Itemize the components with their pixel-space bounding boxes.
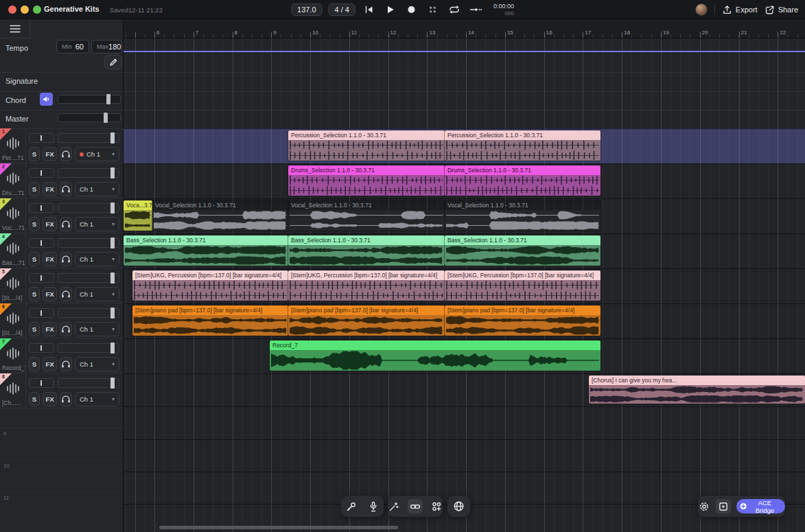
- track-header[interactable]: Dru....712SFXCh 1▾: [0, 163, 124, 198]
- solo-button[interactable]: S: [29, 252, 40, 266]
- headphone-button[interactable]: [60, 357, 72, 371]
- settings-button[interactable]: [698, 499, 710, 514]
- pan-handle[interactable]: [40, 275, 42, 281]
- bpm-box[interactable]: 137.0: [291, 3, 323, 16]
- volume-handle[interactable]: [110, 273, 115, 284]
- pan-handle[interactable]: [40, 380, 42, 386]
- fx-button[interactable]: FX: [43, 252, 57, 266]
- volume-slider[interactable]: [58, 168, 119, 178]
- fx-button[interactable]: FX: [43, 392, 57, 406]
- clip-label[interactable]: Drums_Selection 1.1.0 - 30.3.71: [288, 165, 445, 175]
- chord-audition-button[interactable]: [40, 93, 53, 106]
- clip-label[interactable]: Record_7: [270, 340, 600, 350]
- tempo-automation-line[interactable]: [124, 51, 805, 52]
- pan-handle[interactable]: [40, 135, 42, 141]
- headphone-button[interactable]: [60, 217, 72, 231]
- clip-label[interactable]: [Stem]piano pad [bpm=137.0] [bar signatu…: [132, 305, 288, 315]
- track-header[interactable]: [St..../4]5SFXCh 1▾: [0, 268, 124, 303]
- close-window-button[interactable]: [8, 5, 16, 14]
- clip-label[interactable]: Bass_Selection 1.1.0 - 30.3.71: [288, 235, 445, 245]
- tempo-draw-button[interactable]: [104, 55, 122, 69]
- slider-handle[interactable]: [106, 94, 110, 104]
- pan-slider[interactable]: [29, 238, 54, 248]
- pan-slider[interactable]: [29, 343, 54, 353]
- channel-select[interactable]: Ch 1▾: [75, 287, 119, 301]
- time-signature-box[interactable]: 4 / 4: [329, 3, 355, 16]
- clip-label[interactable]: Bass_Selection 1.1.0 - 30.3.71: [124, 235, 288, 245]
- loop-button[interactable]: [447, 3, 462, 16]
- clip-label[interactable]: Vocal_Selection 1.1.0 - 30.3.71: [152, 200, 288, 210]
- avatar[interactable]: [695, 3, 708, 16]
- clip[interactable]: Vocal_Selection 1.1.0 - 30.3.71: [288, 200, 445, 231]
- clip[interactable]: [Stem]UKG, Percussion [bpm=137.0] [bar s…: [132, 270, 288, 301]
- headphone-button[interactable]: [60, 392, 72, 406]
- magic-wand-button[interactable]: [388, 499, 401, 514]
- clip[interactable]: Bass_Selection 1.1.0 - 30.3.71: [445, 235, 600, 266]
- channel-select[interactable]: Ch 1▾: [75, 322, 119, 336]
- clip[interactable]: [Stem]piano pad [bpm=137.0] [bar signatu…: [288, 305, 445, 336]
- tempo-max-field[interactable]: Max 180: [91, 40, 122, 54]
- skip-start-button[interactable]: [362, 3, 377, 16]
- clip-label[interactable]: [Stem]UKG, Percussion [bpm=137.0] [bar s…: [445, 270, 600, 280]
- clip-label[interactable]: Vocal_Selection 1.1.0 - 30.3.71: [445, 200, 600, 210]
- volume-handle[interactable]: [110, 167, 115, 178]
- clip-label[interactable]: [Stem]UKG, Percussion [bpm=137.0] [bar s…: [132, 270, 288, 280]
- channel-select[interactable]: Ch 1▾: [75, 182, 119, 196]
- pan-slider[interactable]: [29, 308, 54, 318]
- channel-select[interactable]: Ch 1▾: [75, 147, 119, 161]
- volume-handle[interactable]: [110, 132, 115, 143]
- volume-slider[interactable]: [58, 203, 119, 213]
- volume-handle[interactable]: [110, 203, 115, 213]
- clip[interactable]: Vocal_Selection 1.1.0 - 30.3.71: [152, 200, 288, 231]
- clip[interactable]: [Stem]piano pad [bpm=137.0] [bar signatu…: [445, 305, 600, 336]
- fx-button[interactable]: FX: [43, 357, 57, 371]
- menu-button[interactable]: [0, 19, 30, 38]
- fx-button[interactable]: FX: [43, 287, 57, 301]
- solo-button[interactable]: S: [29, 357, 40, 371]
- clip-label[interactable]: Bass_Selection 1.1.0 - 30.3.71: [445, 235, 600, 245]
- group-add-button[interactable]: [430, 499, 443, 514]
- track-header[interactable]: Voc....713SFXCh 1▾: [0, 198, 124, 233]
- play-button[interactable]: [383, 3, 398, 16]
- clip-label[interactable]: [Stem]UKG, Percussion [bpm=137.0] [bar s…: [288, 270, 445, 280]
- panel-toggle-button[interactable]: [716, 499, 731, 513]
- zoom-window-button[interactable]: [33, 5, 41, 14]
- volume-slider[interactable]: [58, 273, 119, 283]
- slider-handle[interactable]: [104, 113, 108, 123]
- clip[interactable]: Vocal_Selection 1.1.0 - 30.3.71: [445, 200, 600, 231]
- channel-select[interactable]: Ch 1▾: [75, 217, 119, 231]
- clip[interactable]: [Stem]piano pad [bpm=137.0] [bar signatu…: [132, 305, 288, 336]
- bar-ruler[interactable]: 678910111213141516171819202122: [124, 19, 805, 38]
- clip-label[interactable]: Percussion_Selection 1.1.0 - 30.3.71: [445, 130, 600, 140]
- pan-handle[interactable]: [40, 240, 42, 246]
- headphone-button[interactable]: [60, 322, 72, 336]
- clip[interactable]: Bass_Selection 1.1.0 - 30.3.71: [124, 235, 288, 266]
- pan-slider[interactable]: [29, 133, 54, 143]
- volume-slider[interactable]: [58, 343, 119, 353]
- headphone-button[interactable]: [60, 182, 72, 196]
- empty-track-slot[interactable]: 9: [0, 428, 124, 460]
- headphone-button[interactable]: [60, 252, 72, 266]
- track-header[interactable]: Record_77SFXCh 1▾: [0, 338, 124, 373]
- channel-select[interactable]: Ch 1▾: [75, 392, 119, 406]
- fx-button[interactable]: FX: [43, 147, 57, 161]
- empty-track-slot[interactable]: 10: [0, 460, 124, 492]
- clip[interactable]: Percussion_Selection 1.1.0 - 30.3.71: [288, 130, 445, 161]
- clip-label[interactable]: [Stem]piano pad [bpm=137.0] [bar signatu…: [288, 305, 445, 315]
- clip-label[interactable]: Voca...3.71: [124, 200, 152, 210]
- solo-button[interactable]: S: [29, 392, 40, 406]
- clip-label[interactable]: Percussion_Selection 1.1.0 - 30.3.71: [288, 130, 445, 140]
- clip[interactable]: Drums_Selection 1.1.0 - 30.3.71: [445, 165, 600, 196]
- vocal-tool-button[interactable]: [366, 499, 381, 514]
- clip[interactable]: [Stem]UKG, Percussion [bpm=137.0] [bar s…: [445, 270, 600, 301]
- empty-track-slot[interactable]: 11: [0, 492, 124, 524]
- solo-button[interactable]: S: [29, 147, 40, 161]
- clip[interactable]: Record_7: [270, 340, 600, 371]
- chord-volume-slider[interactable]: [58, 95, 121, 104]
- fx-button[interactable]: FX: [43, 322, 57, 336]
- solo-button[interactable]: S: [29, 322, 40, 336]
- tempo-min-field[interactable]: Min 60: [56, 40, 89, 54]
- fx-button[interactable]: FX: [43, 217, 57, 231]
- volume-handle[interactable]: [110, 343, 115, 354]
- ace-bridge-button[interactable]: ACE Bridge: [736, 499, 785, 513]
